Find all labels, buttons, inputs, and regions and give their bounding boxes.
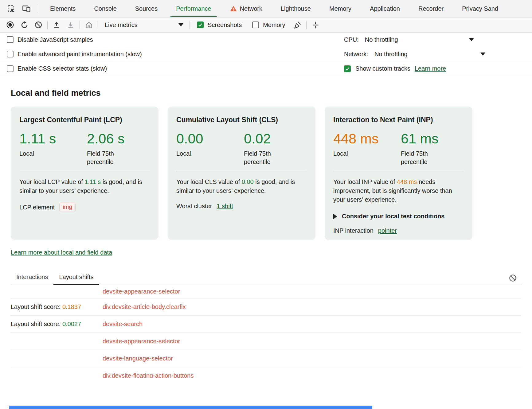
tab-recorder[interactable]: Recorder [409,0,453,17]
field-label: Field 75th percentile [401,150,436,166]
tab-label: Recorder [418,5,444,12]
tab-label: Performance [176,5,211,12]
tab-application[interactable]: Application [361,0,409,17]
upload-profile-icon[interactable] [50,19,63,31]
network-throttling-select[interactable]: Network: No throttling [344,47,532,61]
shift-element-link[interactable]: div.devsite-floating-action-buttons [103,372,194,378]
setting-label: Enable advanced paint instrumentation (s… [18,51,142,58]
shift-element-link[interactable]: devsite-appearance-selector [103,288,180,295]
performance-toolbar: Live metrics Screenshots Memory [0,18,532,33]
chevron-down-icon [469,38,474,41]
divider [19,172,150,172]
tab-lighthouse[interactable]: Lighthouse [272,0,320,17]
inp-description: Your local INP value of 448 ms needs imp… [333,177,464,204]
expander-label: Consider your local test conditions [342,213,445,220]
inp-card: Interaction to Next Paint (INP) 448 ms L… [325,107,472,240]
checkbox-unchecked-icon [7,36,14,43]
layout-shift-row: devsite-appearance-selector [11,333,521,350]
show-custom-tracks-checkbox[interactable]: Show custom tracks [344,65,410,72]
learn-more-field-data-link[interactable]: Learn more about local and field data [11,249,112,256]
advanced-paint-checkbox[interactable]: Enable advanced paint instrumentation (s… [7,51,142,58]
show-custom-tracks-row: Show custom tracks Learn more [344,61,532,76]
focus-indicator-bar [9,406,372,409]
tab-interactions[interactable]: Interactions [11,274,53,285]
checkbox-checked-icon [344,65,351,72]
disable-js-samples-checkbox[interactable]: Disable JavaScript samples [7,36,93,43]
tab-network[interactable]: Network [221,0,272,17]
shift-element-link[interactable]: div.devsite-article-body.clearfix [103,303,186,310]
gc-brush-icon[interactable] [291,19,304,31]
toolbar-divider [80,21,80,29]
network-label: Network: [344,51,368,58]
tab-performance[interactable]: Performance [167,0,221,17]
home-icon[interactable] [82,19,95,31]
cpu-throttling-select[interactable]: CPU: No throttling [344,33,532,47]
custom-tracks-learn-more-link[interactable]: Learn more [415,65,446,72]
chevron-down-icon [480,53,485,56]
tab-label: Console [94,5,116,12]
memory-checkbox[interactable]: Memory [248,21,290,29]
setting-label: Enable CSS selector stats (slow) [18,65,107,72]
tab-sources[interactable]: Sources [126,0,167,17]
lcp-local-value: 1.11 s [19,131,87,146]
device-toolbar-icon[interactable] [20,3,33,14]
inp-local-value: 448 ms [333,131,401,146]
layout-shift-row: devsite-appearance-selector [11,285,521,298]
clear-icon[interactable] [32,19,45,31]
shift-score-value: 0.0027 [62,321,81,327]
clear-log-icon[interactable] [509,274,517,282]
log-tabs: Interactions Layout shifts [11,271,521,285]
shift-element-link[interactable]: devsite-appearance-selector [103,338,180,345]
checkbox-unchecked-icon [7,51,14,57]
shift-element-link[interactable]: devsite-search [103,321,143,327]
layout-shift-row: div.devsite-floating-action-buttons [11,367,521,378]
lcp-card: Largest Contentful Paint (LCP) 1.11 s Lo… [11,107,158,240]
lcp-element-label: LCP element [19,204,55,211]
toolbar-divider [47,21,48,29]
cls-description: Your local CLS value of 0.00 is good, an… [176,177,307,195]
css-selector-stats-checkbox[interactable]: Enable CSS selector stats (slow) [7,65,107,72]
tab-privacy-sandbox[interactable]: Privacy Sand [453,0,507,17]
lcp-field-value: 2.06 s [87,131,133,146]
record-icon[interactable] [4,19,17,31]
devtools-tabbar: Elements Console Sources Performance Net… [0,0,532,18]
card-title: Cumulative Layout Shift (CLS) [176,116,307,124]
shift-element-link[interactable]: devsite-language-selector [103,355,173,362]
tab-label: Lighthouse [281,5,311,12]
cls-field-value: 0.02 [244,131,290,146]
cls-local-value: 0.00 [176,131,244,146]
worst-cluster-label: Worst cluster [176,203,212,210]
tab-label: Network [240,5,262,12]
screenshots-checkbox[interactable]: Screenshots [192,21,246,29]
warning-icon [230,5,237,12]
cpu-value: No throttling [365,36,398,43]
local-test-conditions-expander[interactable]: Consider your local test conditions [333,213,464,220]
custom-tracks-label: Show custom tracks [355,65,410,72]
tab-elements[interactable]: Elements [41,0,85,17]
collapse-panel-icon[interactable] [309,19,322,31]
checkbox-checked-icon [197,21,204,28]
inp-interaction-link[interactable]: pointer [378,227,397,234]
triangle-right-icon [333,214,337,219]
lcp-element-node-link[interactable]: img [59,203,76,212]
setting-label: Disable JavaScript samples [18,36,93,43]
tab-console[interactable]: Console [85,0,126,17]
performance-settings: Disable JavaScript samples CPU: No throt… [0,33,532,76]
download-profile-icon[interactable] [64,19,77,31]
tab-layout-shifts[interactable]: Layout shifts [53,274,99,285]
page-title: Local and field metrics [11,88,521,98]
local-label: Local [333,150,369,158]
worst-cluster-link[interactable]: 1 shift [217,203,233,210]
card-title: Interaction to Next Paint (INP) [333,116,464,124]
tab-label: Privacy Sand [462,5,498,12]
reload-record-icon[interactable] [18,19,31,31]
tab-memory[interactable]: Memory [320,0,361,17]
cls-card: Cumulative Layout Shift (CLS) 0.00 Local… [168,107,315,240]
live-metrics-log: Interactions Layout shifts devsite-appea… [11,271,521,378]
metric-cards: Largest Contentful Paint (LCP) 1.11 s Lo… [11,107,521,240]
chevron-down-icon [178,23,183,26]
inspect-element-icon[interactable] [5,3,17,14]
live-metrics-select[interactable]: Live metrics [100,21,187,29]
network-value: No throttling [374,51,408,58]
setting-row: Enable CSS selector stats (slow) Show cu… [0,61,532,76]
